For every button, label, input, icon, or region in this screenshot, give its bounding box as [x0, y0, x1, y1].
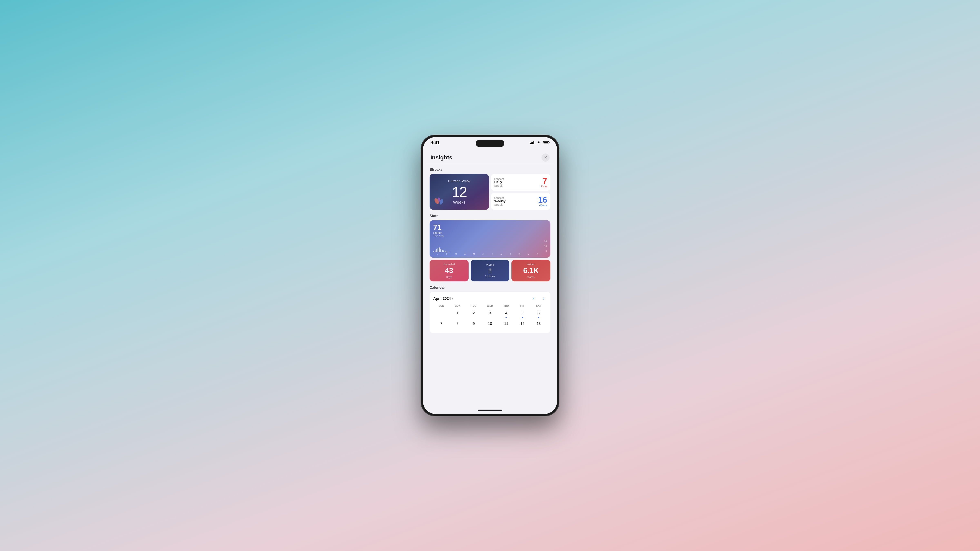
- calendar-day-number: 10: [487, 321, 493, 327]
- calendar-day-number: 8: [454, 321, 461, 327]
- calendar-dow-tue: TUE: [466, 305, 482, 307]
- chart-x-label-O: O: [515, 253, 524, 255]
- calendar-month-year: April 2024: [433, 297, 451, 301]
- calendar-day-number: 2: [471, 310, 477, 316]
- phone-frame: 9:41: [421, 135, 559, 416]
- longest-daily-card: Longest Daily Streak 7 Days: [491, 174, 550, 191]
- longest-weekly-bold: Weekly: [494, 199, 506, 203]
- calendar-day-number: 5: [519, 310, 526, 316]
- streak-sub-cards: Longest Daily Streak 7 Days: [491, 174, 550, 210]
- calendar-day-cell[interactable]: 11: [498, 319, 514, 329]
- written-number: 6.1K: [523, 267, 539, 274]
- calendar-day-cell[interactable]: 6: [531, 309, 547, 319]
- status-bar: 9:41: [423, 137, 557, 148]
- calendar-next-button[interactable]: [541, 295, 547, 302]
- calendar-grid: 12345678910111213: [433, 309, 547, 329]
- entries-number: 71: [433, 224, 444, 231]
- status-time: 9:41: [430, 140, 440, 146]
- longest-daily-top: Longest: [494, 177, 504, 180]
- longest-weekly-unit: Weeks: [539, 204, 547, 207]
- scroll-content[interactable]: Streaks Current Streak 12 Weeks: [425, 164, 555, 410]
- calendar-day-number: 6: [535, 310, 542, 316]
- calendar-day-cell[interactable]: 10: [482, 319, 498, 329]
- current-streak-number: 12: [452, 185, 467, 199]
- streaks-grid: Current Streak 12 Weeks Longest Daily St…: [430, 174, 550, 210]
- chart-y-labels: 20 10 0: [544, 240, 547, 252]
- journaled-sublabel: Days: [446, 275, 452, 279]
- calendar-day-cell[interactable]: 3: [482, 309, 498, 319]
- current-streak-label: Current Streak: [448, 179, 471, 183]
- written-sublabel: words: [527, 275, 535, 279]
- calendar-day-number: 11: [503, 321, 509, 327]
- calendar-dow-fri: FRI: [514, 305, 530, 307]
- stats-section-label: Stats: [430, 214, 550, 218]
- calendar-section-label: Calendar: [430, 286, 550, 290]
- calendar-dow-mon: MON: [449, 305, 466, 307]
- svg-rect-6: [544, 142, 548, 143]
- longest-weekly-value: 16 Weeks: [538, 196, 547, 207]
- calendar-day-cell[interactable]: 12: [514, 319, 530, 329]
- visited-card: Visited 🍴 11 times: [471, 260, 510, 281]
- svg-rect-0: [530, 143, 531, 144]
- longest-weekly-number: 16: [538, 196, 547, 204]
- chart-x-label-A: A: [460, 253, 469, 255]
- chart-container: 20 10 0 JFMAMJJASOND: [433, 240, 547, 255]
- longest-daily-bold: Daily: [494, 180, 504, 184]
- modal-sheet: Insights ✕ Streaks: [425, 149, 555, 411]
- battery-icon: [543, 141, 550, 144]
- longest-weekly-info: Longest Weekly Streak: [494, 196, 506, 206]
- written-card: Written 6.1K words: [511, 260, 550, 281]
- svg-rect-1: [531, 143, 532, 144]
- longest-daily-number: 7: [542, 177, 547, 185]
- svg-rect-3: [533, 141, 534, 144]
- calendar-day-number: 9: [471, 321, 477, 327]
- chevron-right-icon: [542, 297, 545, 300]
- visited-label: Visited: [486, 264, 494, 267]
- journaled-number: 43: [445, 267, 453, 274]
- longest-daily-info: Longest Daily Streak: [494, 177, 504, 187]
- status-icons: [530, 141, 550, 144]
- calendar-day-cell[interactable]: 1: [449, 309, 466, 319]
- wifi-icon: [536, 141, 541, 144]
- calendar-dow-row: SUNMONTUEWEDTHUFRISAT: [433, 305, 547, 307]
- chart-x-label-M: M: [469, 253, 478, 255]
- chart-x-label-J: J: [488, 253, 496, 255]
- longest-weekly-card: Longest Weekly Streak 16 Weeks: [491, 193, 550, 210]
- close-icon: ✕: [544, 156, 547, 159]
- calendar-day-cell[interactable]: 2: [466, 309, 482, 319]
- chart-bars: [433, 240, 547, 252]
- entries-sublabel: This Year: [433, 235, 444, 238]
- calendar-dow-wed: WED: [482, 305, 498, 307]
- calendar-day-number: 4: [503, 310, 509, 316]
- dynamic-island: [476, 140, 504, 147]
- chart-x-label-S: S: [506, 253, 515, 255]
- journaled-label: Journaled: [443, 263, 455, 266]
- chart-x-label-A: A: [496, 253, 506, 255]
- longest-daily-value: 7 Days: [541, 177, 547, 188]
- stats-section: Stats 71 Entries This Year: [430, 214, 550, 281]
- chart-area: 20 10 0: [433, 240, 547, 252]
- chart-x-label-J: J: [479, 253, 488, 255]
- calendar-dow-sun: SUN: [433, 305, 449, 307]
- longest-daily-bottom: Streak: [494, 184, 504, 187]
- streaks-section: Streaks Current Streak 12 Weeks: [430, 168, 550, 210]
- chart-x-label-M: M: [452, 253, 460, 255]
- calendar-day-cell[interactable]: 8: [449, 319, 466, 329]
- calendar-day-number: [438, 310, 445, 316]
- chart-y-max: 20: [544, 240, 547, 243]
- calendar-day-cell[interactable]: 5: [514, 309, 530, 319]
- longest-weekly-bottom: Streak: [494, 203, 506, 206]
- chart-x-labels: JFMAMJJASOND: [433, 253, 547, 255]
- calendar-day-cell[interactable]: 9: [466, 319, 482, 329]
- close-button[interactable]: ✕: [541, 154, 550, 162]
- calendar-prev-button[interactable]: [530, 295, 536, 302]
- chart-x-label-D: D: [533, 253, 542, 255]
- calendar-day-cell[interactable]: 7: [433, 319, 449, 329]
- modal-title: Insights: [430, 154, 452, 161]
- calendar-header: April 2024 ›: [433, 295, 547, 302]
- stats-mini-cards: Journaled 43 Days Visited 🍴 11 times Wri…: [430, 260, 550, 281]
- calendar-day-cell[interactable]: 13: [531, 319, 547, 329]
- calendar-day-cell[interactable]: 4: [498, 309, 514, 319]
- chevron-left-icon: [532, 297, 535, 300]
- calendar-month-title: April 2024 ›: [433, 297, 453, 301]
